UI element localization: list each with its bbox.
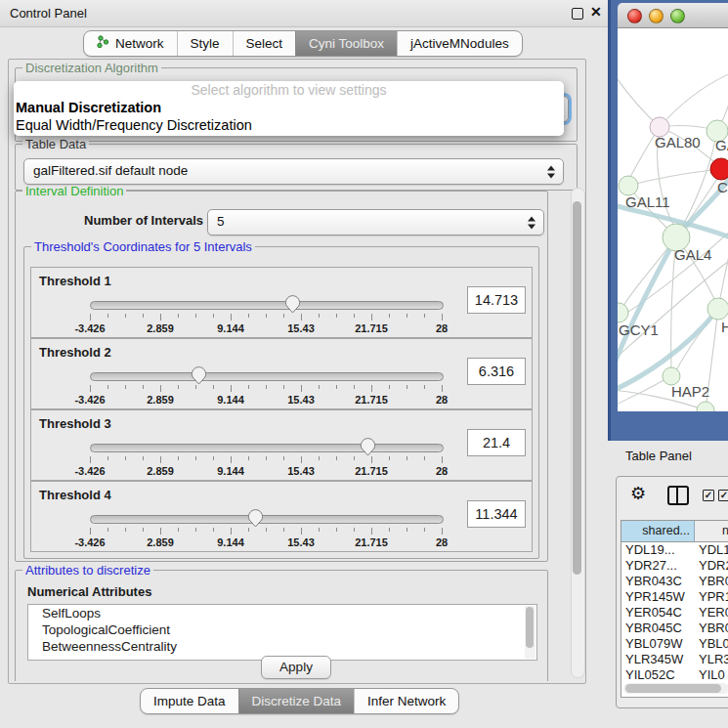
scrollbar-thumb[interactable] bbox=[526, 607, 534, 648]
tab-network[interactable]: Network bbox=[84, 31, 177, 56]
table-row[interactable]: YBR043CYBR0 bbox=[621, 574, 728, 589]
tick-label: 2.859 bbox=[147, 322, 174, 334]
tab-select[interactable]: Select bbox=[233, 31, 296, 56]
table-row[interactable]: YDR27...YDR2 bbox=[621, 558, 728, 574]
control-panel-tabbar: Network Style Select Cyni Toolbox jActiv… bbox=[83, 30, 523, 57]
number-of-intervals-combobox[interactable]: 5 bbox=[207, 209, 544, 236]
tick-mark bbox=[407, 456, 407, 460]
threshold-panel-3: Threshold 3 -3.4262.8599.14415.4321.7152… bbox=[30, 409, 533, 481]
network-canvas[interactable]: GAL80GACGAL11GAL4GCY1HHAP2 bbox=[618, 28, 728, 411]
slider-track[interactable] bbox=[90, 444, 444, 452]
network-node[interactable] bbox=[697, 402, 714, 411]
checkbox-icon[interactable]: ✓ bbox=[718, 490, 728, 501]
tick-mark bbox=[178, 456, 179, 460]
gear-icon[interactable]: ⚙ bbox=[630, 483, 646, 504]
tick-label: 15.43 bbox=[287, 394, 315, 406]
slider-thumb[interactable] bbox=[284, 295, 301, 314]
slider-thumb[interactable] bbox=[247, 509, 264, 528]
node-label: GCY1 bbox=[619, 321, 659, 338]
group-title: Attributes to discretize bbox=[22, 563, 153, 578]
list-item[interactable]: BetweennessCentrality bbox=[28, 638, 536, 655]
table-row[interactable]: YDL19...YDL1 bbox=[621, 542, 728, 558]
tab-jactivemnodules[interactable]: jActiveMNodules bbox=[397, 31, 522, 56]
network-node-C[interactable] bbox=[710, 158, 728, 180]
network-edge[interactable] bbox=[628, 170, 712, 186]
slider-tick-labels: -3.4262.8599.14415.4321.71528 bbox=[90, 322, 442, 334]
threshold-value-field[interactable]: 11.344 bbox=[467, 500, 526, 528]
list-scrollbar[interactable] bbox=[525, 606, 535, 659]
scrollbar-thumb[interactable] bbox=[625, 684, 721, 693]
dropdown-option[interactable]: Manual Discretization bbox=[14, 99, 564, 116]
tab-label: Network bbox=[115, 31, 164, 56]
tick-mark bbox=[442, 385, 443, 392]
column-header-name[interactable]: n bbox=[695, 521, 728, 541]
tab-infer-network[interactable]: Infer Network bbox=[354, 689, 458, 713]
threshold-value-field[interactable]: 21.4 bbox=[467, 429, 526, 456]
tick-mark bbox=[301, 456, 302, 463]
list-item[interactable]: TopologicalCoefficient bbox=[28, 621, 536, 638]
tab-impute-data[interactable]: Impute Data bbox=[141, 689, 238, 713]
slider-track[interactable] bbox=[90, 372, 444, 381]
column-header-shared-name[interactable]: shared... bbox=[621, 521, 695, 541]
threshold-slider[interactable]: -3.4262.8599.14415.4321.71528 bbox=[90, 368, 442, 406]
network-edge[interactable] bbox=[618, 72, 660, 127]
threshold-value-field[interactable]: 14.713 bbox=[467, 286, 526, 314]
attributes-list[interactable]: SelfLoops TopologicalCoefficient Between… bbox=[27, 604, 537, 661]
table-row[interactable]: YPR145WYPR1 bbox=[621, 589, 728, 605]
network-node-GCY1[interactable] bbox=[618, 303, 628, 322]
network-node-GAL11[interactable] bbox=[619, 176, 638, 195]
float-icon[interactable] bbox=[572, 8, 583, 20]
algorithm-dropdown-popup: Select algorithm to view settings Manual… bbox=[14, 81, 564, 136]
tick-mark bbox=[283, 385, 284, 389]
tick-mark bbox=[160, 456, 161, 463]
table-row[interactable]: YBR045CYBR0 bbox=[621, 621, 728, 636]
threshold-slider[interactable]: -3.4262.8599.14415.4321.71528 bbox=[90, 297, 442, 334]
threshold-slider[interactable]: -3.4262.8599.14415.4321.71528 bbox=[90, 511, 442, 548]
table-row[interactable]: YLR345WYLR3 bbox=[621, 652, 728, 667]
tick-mark bbox=[107, 385, 108, 389]
close-traffic-light-icon[interactable] bbox=[627, 9, 642, 23]
minimize-traffic-light-icon[interactable] bbox=[649, 9, 664, 23]
tick-label: 21.715 bbox=[355, 536, 388, 548]
slider-track[interactable] bbox=[90, 515, 444, 524]
split-columns-icon[interactable] bbox=[667, 486, 689, 505]
list-item[interactable]: SelfLoops bbox=[28, 605, 536, 621]
table-row[interactable]: YBL079WYBL0 bbox=[621, 636, 728, 652]
node-label: HAP2 bbox=[671, 383, 709, 400]
dropdown-option[interactable]: Equal Width/Frequency Discretization bbox=[14, 116, 564, 134]
network-edge[interactable] bbox=[660, 72, 728, 127]
network-window-titlebar[interactable] bbox=[618, 3, 728, 28]
scrollbar-thumb[interactable] bbox=[573, 201, 581, 575]
checkbox-icon[interactable]: ✓ bbox=[703, 490, 714, 501]
network-node-H[interactable] bbox=[707, 298, 728, 320]
zoom-traffic-light-icon[interactable] bbox=[670, 9, 685, 23]
table-header-row: shared... n bbox=[621, 521, 728, 542]
table-horizontal-scrollbar[interactable] bbox=[623, 683, 728, 694]
close-icon[interactable]: ✕ bbox=[590, 4, 602, 20]
table-data-combobox[interactable]: galFiltered.sif default node bbox=[23, 158, 564, 185]
number-of-intervals-value: 5 bbox=[217, 214, 225, 229]
tick-label: 28 bbox=[436, 394, 448, 406]
table-row[interactable]: YER054CYER0 bbox=[621, 605, 728, 621]
apply-button[interactable]: Apply bbox=[261, 656, 331, 679]
threshold-panel-2: Threshold 2 -3.4262.8599.14415.4321.7152… bbox=[30, 338, 533, 409]
tick-label: 9.144 bbox=[217, 322, 244, 334]
threshold-label: Threshold 1 bbox=[39, 274, 111, 288]
panel-scrollbar[interactable] bbox=[571, 188, 585, 678]
slider-track[interactable] bbox=[90, 301, 444, 310]
slider-thumb[interactable] bbox=[360, 438, 376, 456]
threshold-value-field[interactable]: 6.316 bbox=[467, 358, 526, 385]
slider-thumb[interactable] bbox=[191, 366, 207, 385]
tick-label: 21.715 bbox=[355, 322, 388, 334]
tick-mark bbox=[424, 456, 425, 460]
tick-mark bbox=[442, 314, 443, 321]
number-of-intervals-label: Number of Intervals bbox=[84, 213, 203, 228]
node-label: GAL4 bbox=[674, 246, 711, 263]
tab-discretize-data[interactable]: Discretize Data bbox=[238, 689, 355, 713]
table-row[interactable]: YIL052CYIL0 bbox=[621, 667, 728, 683]
tab-cyni-toolbox[interactable]: Cyni Toolbox bbox=[295, 31, 397, 56]
tick-mark bbox=[107, 314, 108, 318]
tick-label: 9.144 bbox=[217, 394, 244, 406]
threshold-slider[interactable]: -3.4262.8599.14415.4321.71528 bbox=[90, 440, 442, 477]
tab-style[interactable]: Style bbox=[177, 31, 233, 56]
